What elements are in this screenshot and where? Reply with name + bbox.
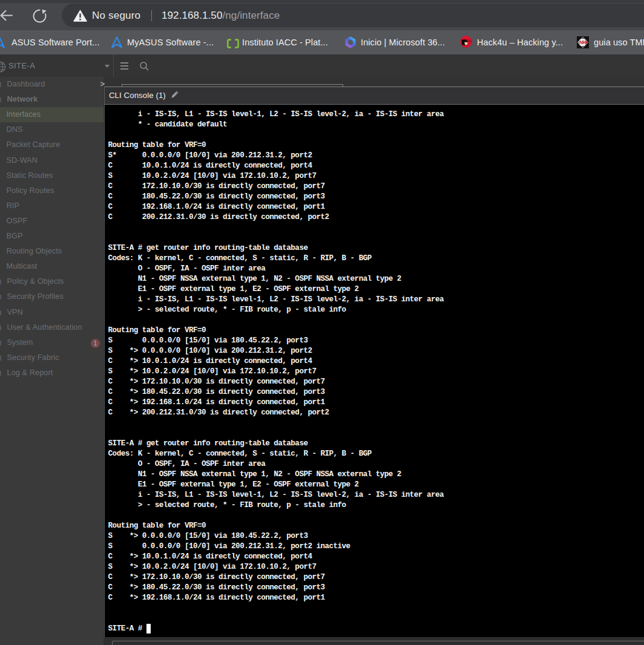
svg-text:NK: NK — [579, 40, 586, 45]
